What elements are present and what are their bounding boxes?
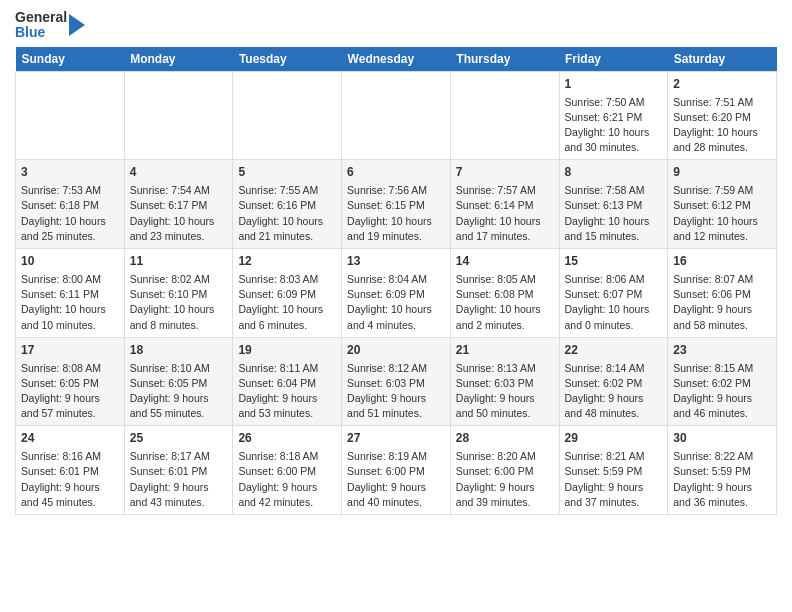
day-info: Sunrise: 8:02 AM Sunset: 6:10 PM Dayligh… (130, 272, 228, 333)
calendar-cell: 3Sunrise: 7:53 AM Sunset: 6:18 PM Daylig… (16, 160, 125, 249)
week-row-4: 17Sunrise: 8:08 AM Sunset: 6:05 PM Dayli… (16, 337, 777, 426)
day-info: Sunrise: 8:10 AM Sunset: 6:05 PM Dayligh… (130, 361, 228, 422)
page-header: General Blue (15, 10, 777, 41)
calendar-cell: 30Sunrise: 8:22 AM Sunset: 5:59 PM Dayli… (668, 426, 777, 515)
calendar-cell: 8Sunrise: 7:58 AM Sunset: 6:13 PM Daylig… (559, 160, 668, 249)
day-number: 16 (673, 253, 771, 270)
day-info: Sunrise: 7:54 AM Sunset: 6:17 PM Dayligh… (130, 183, 228, 244)
calendar-cell (124, 71, 233, 160)
calendar-cell: 1Sunrise: 7:50 AM Sunset: 6:21 PM Daylig… (559, 71, 668, 160)
week-row-2: 3Sunrise: 7:53 AM Sunset: 6:18 PM Daylig… (16, 160, 777, 249)
day-number: 27 (347, 430, 445, 447)
week-row-1: 1Sunrise: 7:50 AM Sunset: 6:21 PM Daylig… (16, 71, 777, 160)
logo: General Blue (15, 10, 87, 41)
calendar-cell: 26Sunrise: 8:18 AM Sunset: 6:00 PM Dayli… (233, 426, 342, 515)
day-info: Sunrise: 8:16 AM Sunset: 6:01 PM Dayligh… (21, 449, 119, 510)
day-number: 30 (673, 430, 771, 447)
column-header-tuesday: Tuesday (233, 47, 342, 72)
column-header-sunday: Sunday (16, 47, 125, 72)
calendar-cell: 6Sunrise: 7:56 AM Sunset: 6:15 PM Daylig… (342, 160, 451, 249)
calendar-cell: 22Sunrise: 8:14 AM Sunset: 6:02 PM Dayli… (559, 337, 668, 426)
day-number: 8 (565, 164, 663, 181)
calendar-cell: 29Sunrise: 8:21 AM Sunset: 5:59 PM Dayli… (559, 426, 668, 515)
day-number: 2 (673, 76, 771, 93)
day-number: 24 (21, 430, 119, 447)
day-info: Sunrise: 8:04 AM Sunset: 6:09 PM Dayligh… (347, 272, 445, 333)
day-info: Sunrise: 7:55 AM Sunset: 6:16 PM Dayligh… (238, 183, 336, 244)
day-number: 13 (347, 253, 445, 270)
calendar-cell: 19Sunrise: 8:11 AM Sunset: 6:04 PM Dayli… (233, 337, 342, 426)
day-number: 20 (347, 342, 445, 359)
day-info: Sunrise: 8:11 AM Sunset: 6:04 PM Dayligh… (238, 361, 336, 422)
logo-triangle-icon (67, 10, 87, 40)
day-number: 19 (238, 342, 336, 359)
day-info: Sunrise: 8:13 AM Sunset: 6:03 PM Dayligh… (456, 361, 554, 422)
calendar-cell: 20Sunrise: 8:12 AM Sunset: 6:03 PM Dayli… (342, 337, 451, 426)
day-info: Sunrise: 7:58 AM Sunset: 6:13 PM Dayligh… (565, 183, 663, 244)
day-number: 6 (347, 164, 445, 181)
column-header-monday: Monday (124, 47, 233, 72)
calendar-cell: 12Sunrise: 8:03 AM Sunset: 6:09 PM Dayli… (233, 249, 342, 338)
day-number: 3 (21, 164, 119, 181)
week-row-5: 24Sunrise: 8:16 AM Sunset: 6:01 PM Dayli… (16, 426, 777, 515)
column-header-wednesday: Wednesday (342, 47, 451, 72)
day-number: 11 (130, 253, 228, 270)
day-info: Sunrise: 8:14 AM Sunset: 6:02 PM Dayligh… (565, 361, 663, 422)
calendar-cell: 18Sunrise: 8:10 AM Sunset: 6:05 PM Dayli… (124, 337, 233, 426)
calendar-cell: 16Sunrise: 8:07 AM Sunset: 6:06 PM Dayli… (668, 249, 777, 338)
day-number: 23 (673, 342, 771, 359)
day-number: 14 (456, 253, 554, 270)
day-info: Sunrise: 7:51 AM Sunset: 6:20 PM Dayligh… (673, 95, 771, 156)
calendar-cell: 25Sunrise: 8:17 AM Sunset: 6:01 PM Dayli… (124, 426, 233, 515)
calendar-cell: 2Sunrise: 7:51 AM Sunset: 6:20 PM Daylig… (668, 71, 777, 160)
day-info: Sunrise: 8:18 AM Sunset: 6:00 PM Dayligh… (238, 449, 336, 510)
day-info: Sunrise: 7:59 AM Sunset: 6:12 PM Dayligh… (673, 183, 771, 244)
day-number: 12 (238, 253, 336, 270)
svg-marker-0 (69, 14, 85, 36)
calendar-cell: 10Sunrise: 8:00 AM Sunset: 6:11 PM Dayli… (16, 249, 125, 338)
day-number: 29 (565, 430, 663, 447)
calendar-cell: 28Sunrise: 8:20 AM Sunset: 6:00 PM Dayli… (450, 426, 559, 515)
week-row-3: 10Sunrise: 8:00 AM Sunset: 6:11 PM Dayli… (16, 249, 777, 338)
day-info: Sunrise: 8:17 AM Sunset: 6:01 PM Dayligh… (130, 449, 228, 510)
calendar-cell: 9Sunrise: 7:59 AM Sunset: 6:12 PM Daylig… (668, 160, 777, 249)
calendar-cell: 24Sunrise: 8:16 AM Sunset: 6:01 PM Dayli… (16, 426, 125, 515)
day-info: Sunrise: 8:15 AM Sunset: 6:02 PM Dayligh… (673, 361, 771, 422)
day-info: Sunrise: 8:06 AM Sunset: 6:07 PM Dayligh… (565, 272, 663, 333)
day-info: Sunrise: 8:00 AM Sunset: 6:11 PM Dayligh… (21, 272, 119, 333)
day-info: Sunrise: 8:19 AM Sunset: 6:00 PM Dayligh… (347, 449, 445, 510)
day-number: 28 (456, 430, 554, 447)
day-info: Sunrise: 8:05 AM Sunset: 6:08 PM Dayligh… (456, 272, 554, 333)
day-info: Sunrise: 8:21 AM Sunset: 5:59 PM Dayligh… (565, 449, 663, 510)
column-header-friday: Friday (559, 47, 668, 72)
calendar-cell: 4Sunrise: 7:54 AM Sunset: 6:17 PM Daylig… (124, 160, 233, 249)
calendar-cell (233, 71, 342, 160)
calendar-cell: 21Sunrise: 8:13 AM Sunset: 6:03 PM Dayli… (450, 337, 559, 426)
day-number: 15 (565, 253, 663, 270)
day-number: 25 (130, 430, 228, 447)
column-header-thursday: Thursday (450, 47, 559, 72)
day-info: Sunrise: 8:03 AM Sunset: 6:09 PM Dayligh… (238, 272, 336, 333)
day-info: Sunrise: 8:07 AM Sunset: 6:06 PM Dayligh… (673, 272, 771, 333)
day-number: 5 (238, 164, 336, 181)
calendar-cell: 27Sunrise: 8:19 AM Sunset: 6:00 PM Dayli… (342, 426, 451, 515)
column-header-saturday: Saturday (668, 47, 777, 72)
calendar-header-row: SundayMondayTuesdayWednesdayThursdayFrid… (16, 47, 777, 72)
calendar-cell: 17Sunrise: 8:08 AM Sunset: 6:05 PM Dayli… (16, 337, 125, 426)
day-info: Sunrise: 7:53 AM Sunset: 6:18 PM Dayligh… (21, 183, 119, 244)
calendar-cell (342, 71, 451, 160)
day-number: 4 (130, 164, 228, 181)
logo-general: General (15, 10, 67, 25)
calendar-cell: 11Sunrise: 8:02 AM Sunset: 6:10 PM Dayli… (124, 249, 233, 338)
day-number: 10 (21, 253, 119, 270)
day-info: Sunrise: 8:08 AM Sunset: 6:05 PM Dayligh… (21, 361, 119, 422)
day-number: 22 (565, 342, 663, 359)
day-number: 9 (673, 164, 771, 181)
day-info: Sunrise: 8:20 AM Sunset: 6:00 PM Dayligh… (456, 449, 554, 510)
calendar-cell: 13Sunrise: 8:04 AM Sunset: 6:09 PM Dayli… (342, 249, 451, 338)
day-number: 1 (565, 76, 663, 93)
day-number: 26 (238, 430, 336, 447)
calendar-cell (16, 71, 125, 160)
day-number: 18 (130, 342, 228, 359)
calendar-cell: 14Sunrise: 8:05 AM Sunset: 6:08 PM Dayli… (450, 249, 559, 338)
